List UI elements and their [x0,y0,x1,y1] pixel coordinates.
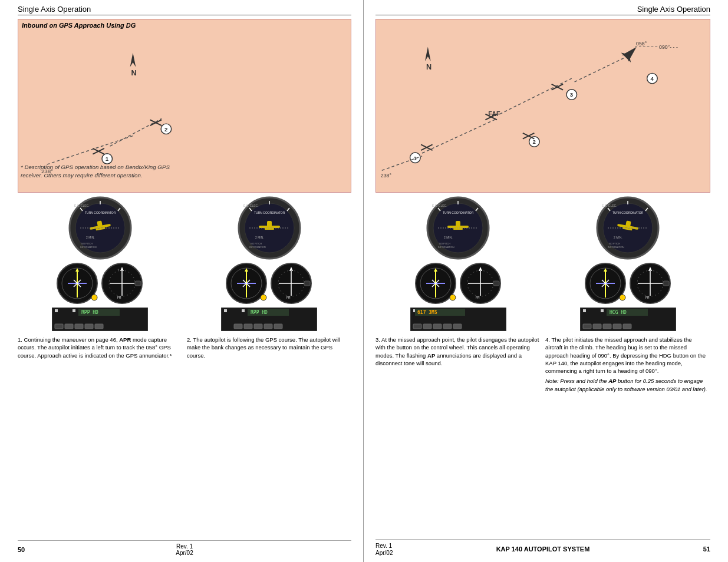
svg-text:FR: FR [476,296,480,299]
svg-rect-155 [413,324,421,329]
svg-text:HCG  HD: HCG HD [610,310,627,315]
svg-rect-88 [244,324,252,329]
svg-rect-84 [242,309,245,312]
svg-rect-196 [603,324,611,329]
instrument-group-1: E.C. ELEC. TURN COORDINATOR 2 MIN. NO PI… [18,196,182,359]
svg-rect-81 [304,281,310,286]
svg-text:2: 2 [164,126,168,133]
svg-text:090°- - -: 090°- - - [659,44,678,50]
svg-text:N: N [426,64,431,72]
svg-text:RPP  HD: RPP HD [251,310,268,315]
approach-diagram-left: N 238° 1 2 * [18,19,351,192]
hsi-3 [414,262,457,305]
svg-rect-197 [613,324,621,329]
svg-rect-159 [453,324,462,329]
svg-rect-194 [583,324,591,329]
svg-rect-188 [663,281,669,286]
alt-4: FR [629,262,672,305]
svg-rect-195 [593,324,601,329]
caption-2: 2. The autopilot is following the GPS co… [187,336,351,359]
diagram-area: Inbound on GPS Approach Using DG N 238° … [18,19,351,193]
svg-rect-90 [264,324,272,329]
control-panel-2: RPP HD [221,308,317,331]
svg-text:2 MIN.: 2 MIN. [614,236,622,239]
left-footer-rev: Rev. 1 [176,543,193,550]
svg-text:3: 3 [570,91,574,98]
svg-text:1: 1 [106,156,109,162]
control-panel-4: HCG HD [580,308,676,331]
svg-text:2 MIN.: 2 MIN. [444,236,453,239]
instrument-group-2: E.C. ELEC. TURN COORDINATOR 2 MIN. NO PI… [187,196,351,359]
hsi-4 [584,262,627,305]
svg-rect-190 [583,309,586,312]
svg-rect-126 [456,221,460,227]
svg-text:NO PITCH: NO PITCH [609,242,620,245]
svg-text:TURN COORDINATOR: TURN COORDINATOR [254,211,285,214]
svg-point-74 [261,295,266,300]
svg-rect-44 [55,309,58,312]
svg-rect-198 [623,324,631,329]
svg-text:TURN COORDINATOR: TURN COORDINATOR [612,211,644,214]
svg-point-34 [91,295,97,300]
svg-text:INFORMATION: INFORMATION [608,246,624,249]
caption-4: 4. The pilot initiates the missed approa… [545,336,710,393]
svg-text:2 MIN.: 2 MIN. [86,236,95,239]
caption-3: 3. At the missed approach point, the pil… [375,336,541,367]
svg-rect-50 [75,324,83,329]
svg-point-142 [450,295,456,300]
left-footer-date: Apr/02 [176,550,193,556]
turn-coordinator-4: E.C. ELEC. TURN COORDINATOR 2 MIN. NO PI… [596,196,660,260]
svg-text:E.C. ELEC.: E.C. ELEC. [432,204,447,207]
svg-rect-89 [254,324,262,329]
svg-rect-58 [267,221,272,227]
svg-text:238°: 238° [381,173,391,178]
svg-line-111 [575,55,630,82]
svg-text:TURN COORDINATOR: TURN COORDINATOR [443,211,474,214]
svg-text:NO PITCH: NO PITCH [81,242,93,245]
svg-line-8 [110,118,162,146]
svg-line-94 [422,118,497,153]
svg-rect-48 [55,324,63,329]
approach-diagram-right: N 1 FAF 2 [376,19,710,192]
alt-2: FR [270,262,313,305]
svg-text:TURN COORDINATOR: TURN COORDINATOR [85,211,116,214]
hsi-2 [225,262,268,305]
svg-line-106 [500,78,572,114]
svg-rect-149 [493,281,499,286]
svg-text:INFORMATION: INFORMATION [249,246,266,249]
hsi-1 [56,262,99,305]
alt-3: FR [459,262,502,305]
right-page-header: Single Axis Operation [375,5,710,15]
svg-text:E.C. ELEC.: E.C. ELEC. [602,204,617,207]
svg-text:2: 2 [532,138,536,145]
svg-rect-45 [73,309,75,312]
svg-text:FR: FR [117,296,121,299]
svg-text:058°: 058° [636,41,647,47]
svg-rect-83 [224,309,227,312]
svg-text:2 MIN.: 2 MIN. [255,236,264,239]
svg-rect-51 [85,324,93,329]
diagram-area-right: N 1 FAF 2 [375,19,710,193]
caption-1: 1. Continuing the maneuver on page 46, A… [18,336,182,359]
right-footer-label: KAP 140 AUTOPILOT SYSTEM [496,546,590,553]
left-footer: 50 Rev. 1 Apr/02 [18,540,351,556]
turn-coordinator-2: E.C. ELEC. TURN COORDINATOR 2 MIN. NO PI… [238,196,301,260]
svg-text:FR: FR [645,296,650,299]
svg-rect-42 [135,281,141,286]
right-page-number: 51 [703,546,710,553]
instrument-group-4: E.C. ELEC. TURN COORDINATOR 2 MIN. NO PI… [545,196,710,393]
left-page-header: Single Axis Operation [18,5,351,15]
svg-marker-112 [622,44,640,61]
svg-text:INFORMATION: INFORMATION [438,246,454,249]
right-footer: Rev. 1 Apr/02 KAP 140 AUTOPILOT SYSTEM 5… [375,539,710,556]
control-panel-3: 617 3M5 [410,308,506,331]
turn-coordinator-3: E.C. ELEC. TURN COORDINATOR 2 MIN. NO PI… [426,196,490,260]
svg-marker-0 [130,53,136,67]
svg-text:NO PITCH: NO PITCH [439,242,450,245]
svg-point-181 [620,295,625,300]
svg-rect-191 [601,309,604,312]
svg-text:RPP  HD: RPP HD [81,310,98,315]
svg-rect-158 [443,324,452,329]
svg-text:FR: FR [286,296,291,299]
svg-rect-87 [234,324,242,329]
